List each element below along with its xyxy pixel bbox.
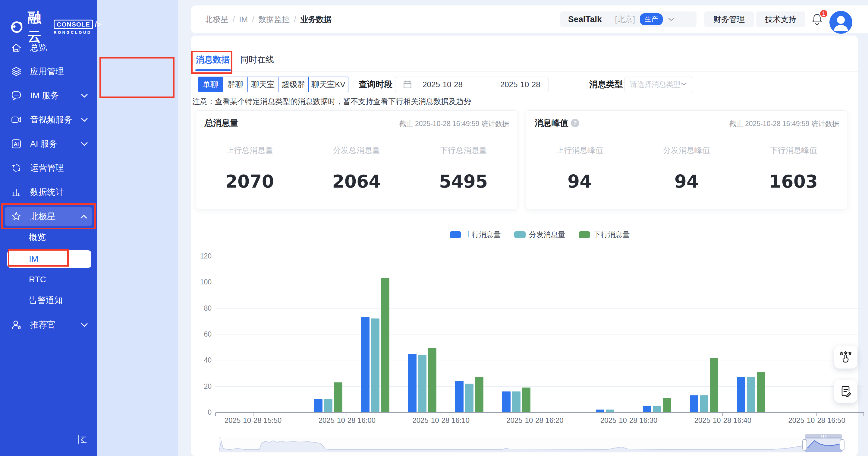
video-icon (10, 114, 22, 126)
gridline-60 (216, 334, 864, 335)
help-icon[interactable]: ? (571, 119, 579, 127)
date-range-picker[interactable]: 2025-10-28 - 2025-10-28 (395, 77, 549, 92)
sidebar-subitem-overview[interactable]: 概览 (0, 228, 97, 247)
sidebar-item-label: AI 服务 (30, 138, 81, 150)
date-range-label: 查询时段 (359, 77, 393, 92)
stat-label: 上行总消息量 (226, 145, 273, 155)
gridline-100 (216, 282, 864, 282)
datazoom-slider-track[interactable] (219, 437, 842, 452)
sidebar-item-referral[interactable]: 推荐官 (0, 317, 97, 333)
rating-feedback-button[interactable] (834, 346, 857, 369)
sidebar-subitem-alerts[interactable]: 告警通知 (0, 291, 97, 310)
datazoom-left-handle[interactable] (802, 439, 807, 451)
bar-chart-plot[interactable] (216, 256, 864, 413)
date-from-value[interactable]: 2025-10-28 (423, 80, 463, 89)
survey-edit-button[interactable] (834, 380, 857, 403)
sidebar-item-label: IM 服务 (30, 90, 81, 101)
person-star-icon (10, 319, 22, 331)
x-tick-mark (535, 413, 535, 416)
stat-value: 94 (567, 171, 592, 192)
bar-下行消息量-16:03 (381, 278, 390, 412)
tab-message-data[interactable]: 消息数据 (196, 53, 230, 66)
bar-分发消息量-16:33 (653, 406, 661, 412)
segment-聊天室KV[interactable]: 聊天室KV (309, 77, 348, 92)
breadcrumb-separator: / (233, 15, 235, 24)
segment-单聊[interactable]: 单聊 (198, 77, 223, 92)
breadcrumb-item[interactable]: 数据监控 (258, 14, 290, 25)
sidebar-item-av-service[interactable]: 音视频服务 (0, 112, 97, 127)
layers-icon (10, 65, 22, 78)
sidebar-item-overview[interactable]: 总览 (0, 40, 97, 56)
x-tick-mark (441, 413, 441, 416)
stat-label: 下行总消息量 (440, 145, 487, 155)
y-tick-label: 100 (191, 278, 212, 286)
segment-群聊[interactable]: 群聊 (223, 77, 248, 92)
tab-concurrent-online[interactable]: 同时在线 (240, 53, 274, 66)
x-tick-mark (347, 413, 347, 416)
sidebar-item-app-management[interactable]: 应用管理 (0, 64, 97, 79)
y-tick-label: 80 (191, 304, 212, 312)
stat-column: 分发消息峰值94 (633, 140, 740, 192)
date-to-value[interactable]: 2025-10-28 (500, 80, 540, 89)
sidebar-item-operations[interactable]: 运营管理 (0, 160, 97, 176)
sidebar-item-north-star[interactable]: 北极星 (5, 207, 92, 226)
bar-上行消息量-16:08 (408, 354, 416, 412)
calendar-icon (403, 80, 412, 89)
sidebar-subitem-rtc[interactable]: RTC (0, 270, 97, 289)
home-icon (10, 41, 22, 54)
y-tick-label: 60 (191, 330, 212, 338)
stat-value: 2070 (225, 171, 274, 192)
sidebar-item-im-service[interactable]: IM 服务 (0, 88, 97, 104)
legend-swatch (579, 231, 590, 238)
breadcrumb-item[interactable]: IM (239, 15, 248, 24)
select-placeholder: 请选择消息类型 (630, 80, 681, 89)
x-tick-label: 2025-10-28 16:00 (305, 416, 389, 425)
avatar[interactable] (830, 11, 852, 34)
finance-button[interactable]: 财务管理 (704, 11, 754, 27)
datazoom-window[interactable] (805, 437, 842, 452)
y-tick-label: 120 (191, 252, 212, 260)
sync-icon (10, 162, 22, 174)
message-type-select[interactable]: 请选择消息类型 (624, 77, 692, 92)
notifications-button[interactable]: 1 (807, 11, 831, 29)
bar-分发消息量-16:43 (747, 377, 755, 412)
bar-上行消息量-16:18 (502, 392, 510, 412)
y-tick-label: 40 (191, 356, 212, 364)
card-title-row: 总消息量 (205, 117, 239, 129)
chat-icon (10, 90, 22, 102)
bar-分发消息量-16:03 (371, 318, 379, 412)
bar-分发消息量-16:38 (700, 395, 708, 412)
sidebar-item-label: 应用管理 (30, 66, 97, 77)
stat-label: 分发总消息量 (333, 145, 380, 155)
stat-value: 1603 (769, 171, 818, 192)
segment-聊天室[interactable]: 聊天室 (248, 77, 278, 92)
support-button[interactable]: 技术支持 (756, 11, 805, 27)
legend-item-下行消息量[interactable]: 下行消息量 (579, 230, 630, 239)
bar-上行消息量-16:28 (596, 409, 604, 412)
stat-value: 5495 (439, 171, 488, 192)
bar-上行消息量-16:13 (455, 381, 464, 412)
y-tick-label: 20 (191, 382, 212, 391)
legend-item-分发消息量[interactable]: 分发消息量 (514, 230, 565, 239)
segment-超级群[interactable]: 超级群 (278, 77, 309, 92)
datazoom-right-handle[interactable] (840, 439, 844, 451)
legend-item-上行消息量[interactable]: 上行消息量 (450, 230, 501, 239)
stat-value: 94 (675, 171, 699, 192)
date-separator: - (480, 80, 483, 89)
card-title: 总消息量 (205, 117, 239, 129)
x-tick-label: 2025-10-28 16:30 (587, 416, 671, 425)
collapse-sidebar-icon[interactable] (75, 433, 91, 449)
gridline-120 (216, 256, 864, 256)
y-tick-label: 0 (191, 408, 212, 417)
sidebar-item-label: 北极星 (30, 211, 81, 222)
current-app-name: SealTalk (568, 15, 602, 24)
primary-sidebar: 融云 CONSOLE /> RONGCLOUD 总览应用管理IM 服务音视频服务… (0, 0, 97, 456)
bar-分发消息量-16:18 (512, 392, 521, 412)
sidebar-item-data-statistics[interactable]: 数据统计 (0, 184, 97, 200)
sidebar-item-ai-service[interactable]: AiAI 服务 (0, 136, 97, 152)
card-title: 消息峰值 (535, 117, 568, 129)
app-selector[interactable]: SealTalk [北京] 生产 (560, 11, 696, 27)
sidebar-subitem-im[interactable]: IM (7, 250, 91, 268)
breadcrumb-item[interactable]: 北极星 (205, 14, 228, 25)
bar-下行消息量-16:13 (475, 377, 484, 412)
